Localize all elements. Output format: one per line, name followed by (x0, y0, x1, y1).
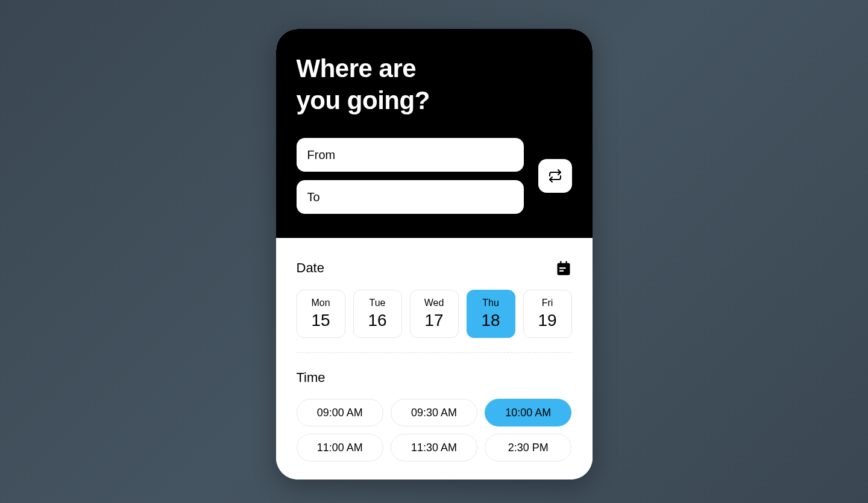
date-options: Mon 15 Tue 16 Wed 17 Thu 18 Fri 19 (297, 290, 572, 338)
time-option-1000[interactable]: 10:00 AM (485, 399, 571, 426)
time-option-0900[interactable]: 09:00 AM (297, 399, 383, 426)
date-dow: Mon (311, 298, 330, 308)
title-line-1: Where are (297, 54, 417, 83)
date-section-header: Date (297, 260, 572, 276)
date-dow: Thu (482, 298, 499, 308)
page-title: Where are you going? (297, 53, 572, 116)
booking-card: Where are you going? Date (276, 29, 593, 480)
date-dow: Tue (370, 298, 386, 308)
schedule-body: Date Mon 15 Tue 16 Wed 17 (276, 238, 593, 480)
date-option-18[interactable]: Thu 18 (467, 290, 515, 338)
time-options: 09:00 AM 09:30 AM 10:00 AM 11:00 AM 11:3… (297, 399, 572, 461)
time-label: Time (297, 370, 572, 386)
date-option-19[interactable]: Fri 19 (523, 290, 572, 338)
date-dow: Fri (542, 298, 553, 308)
time-text: 11:30 AM (411, 442, 457, 454)
calendar-icon[interactable] (555, 260, 572, 276)
date-num: 15 (311, 311, 330, 330)
time-text: 09:30 AM (411, 407, 457, 419)
from-input[interactable] (297, 138, 524, 172)
time-text: 09:00 AM (317, 407, 363, 419)
time-text: 10:00 AM (505, 407, 551, 419)
time-text: 11:00 AM (317, 442, 363, 454)
to-input[interactable] (297, 180, 524, 214)
date-num: 16 (368, 311, 386, 330)
date-num: 17 (424, 311, 443, 330)
route-inputs (297, 138, 572, 214)
svg-rect-0 (557, 263, 570, 275)
date-dow: Wed (424, 298, 444, 308)
title-line-2: you going? (297, 86, 430, 114)
swap-button[interactable] (538, 159, 572, 193)
svg-rect-2 (565, 261, 567, 264)
svg-rect-3 (559, 267, 566, 269)
section-divider (297, 352, 572, 353)
time-option-1100[interactable]: 11:00 AM (297, 434, 383, 461)
time-option-1130[interactable]: 11:30 AM (391, 434, 477, 461)
date-option-16[interactable]: Tue 16 (353, 290, 402, 338)
time-option-1430[interactable]: 2:30 PM (485, 434, 571, 461)
svg-rect-1 (560, 261, 561, 264)
date-num: 19 (538, 311, 556, 330)
destination-header: Where are you going? (276, 29, 593, 238)
date-label: Date (297, 260, 324, 276)
date-option-15[interactable]: Mon 15 (297, 290, 345, 338)
svg-rect-4 (559, 270, 564, 272)
route-inputs-column (297, 138, 524, 214)
date-num: 18 (481, 311, 500, 330)
time-option-0930[interactable]: 09:30 AM (391, 399, 477, 426)
date-option-17[interactable]: Wed 17 (410, 290, 459, 338)
swap-icon (548, 169, 562, 183)
time-text: 2:30 PM (508, 442, 549, 454)
